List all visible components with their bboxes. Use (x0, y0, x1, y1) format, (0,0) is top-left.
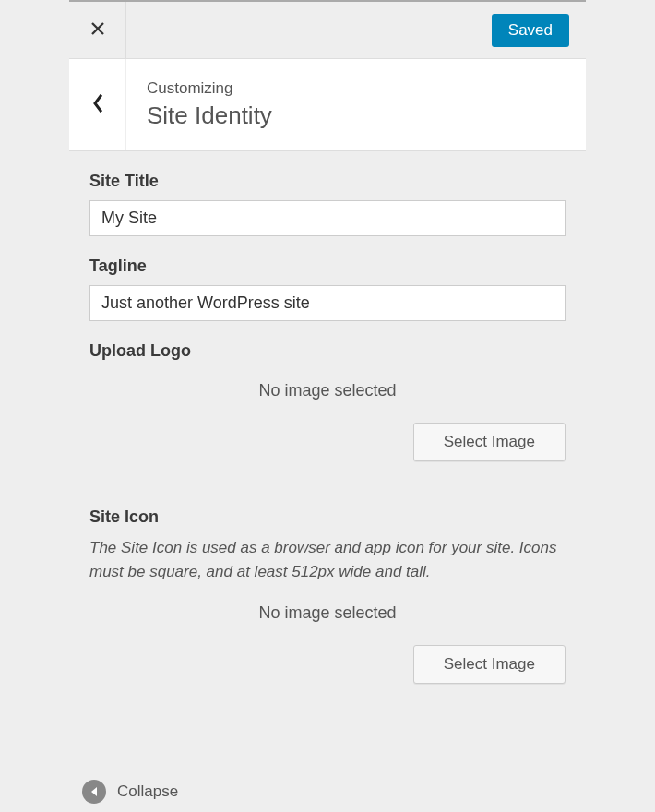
close-icon (89, 20, 106, 41)
breadcrumb: Customizing (147, 79, 586, 98)
site-icon-description: The Site Icon is used as a browser and a… (89, 536, 566, 583)
svg-marker-2 (91, 787, 97, 796)
close-button[interactable] (69, 2, 126, 58)
site-title-label: Site Title (89, 172, 566, 191)
select-logo-image-button[interactable]: Select Image (413, 423, 566, 461)
saved-button[interactable]: Saved (492, 14, 569, 47)
panel-title: Site Identity (147, 102, 586, 130)
chevron-left-icon (90, 94, 105, 116)
back-button[interactable] (69, 59, 126, 150)
collapse-icon (82, 780, 106, 804)
logo-no-image-text: No image selected (89, 381, 566, 400)
select-site-icon-image-button[interactable]: Select Image (413, 645, 566, 684)
collapse-label: Collapse (117, 782, 178, 801)
upload-logo-label: Upload Logo (89, 341, 566, 361)
collapse-button[interactable]: Collapse (69, 770, 586, 812)
site-icon-label: Site Icon (89, 508, 566, 527)
site-icon-no-image-text: No image selected (89, 603, 566, 623)
site-title-input[interactable] (89, 200, 566, 236)
tagline-label: Tagline (89, 257, 566, 276)
tagline-input[interactable] (89, 285, 566, 321)
